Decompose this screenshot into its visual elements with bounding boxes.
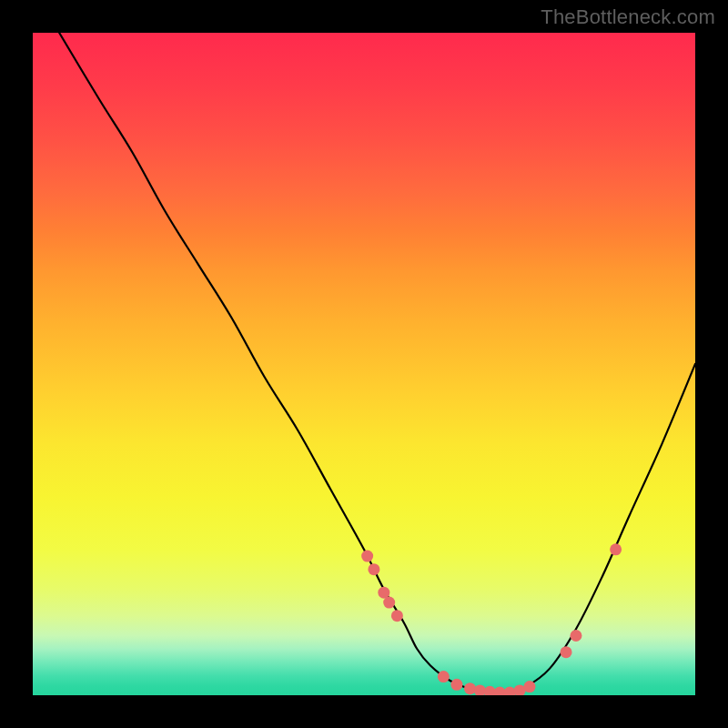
data-marker [361,551,373,562]
bottleneck-curve [59,33,695,693]
data-marker [450,679,462,691]
plot-svg [33,33,695,695]
data-marker [368,563,379,575]
data-marker [561,646,572,658]
data-marker [570,630,581,642]
plot-area [33,33,695,695]
chart-stage: TheBottleneck.com [0,0,728,728]
data-marker [383,597,395,609]
data-marker [391,610,403,622]
data-marker [524,681,536,693]
watermark-label: TheBottleneck.com [541,5,715,29]
data-markers [361,543,622,695]
data-marker [438,671,450,682]
data-marker [610,543,622,555]
data-marker [464,682,476,694]
data-marker [474,684,486,695]
data-marker [484,686,496,695]
data-marker [494,687,506,695]
